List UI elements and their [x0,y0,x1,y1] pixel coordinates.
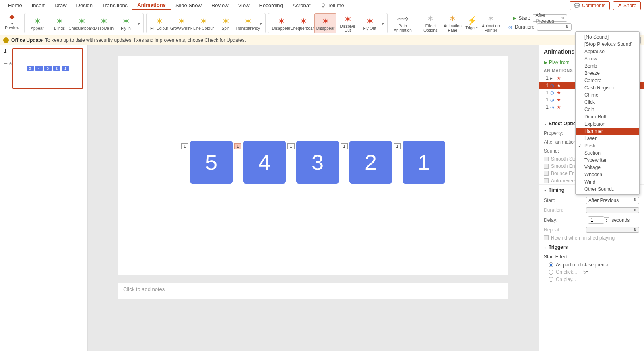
sound-option[interactable]: Whoosh [576,171,639,178]
triggers-section[interactable]: ⌄Triggers [544,244,639,250]
share-icon: ↗ [617,3,621,8]
ribbon-toolbar: ✦ ▾ Preview ✶Appear ✶Blinds ✶Chequerboar… [0,11,644,35]
delay-stepper[interactable]: ▲▼ [604,217,609,223]
rewind-check[interactable] [544,235,549,240]
anim-tag-2[interactable]: 1 [234,143,242,149]
path-animation-button[interactable]: ⟿Path Animation [392,14,414,33]
sound-option[interactable]: [Stop Previous Sound] [576,41,639,48]
sound-option[interactable]: [No Sound] [576,33,639,41]
notes-pane[interactable]: Click to add notes [118,283,508,299]
tab-slideshow[interactable]: Slide Show [171,1,206,10]
ribbon-tabs: Home Insert Draw Design Transitions Anim… [0,0,644,11]
shape-1[interactable]: 1 [402,141,445,184]
sound-option[interactable]: Hammer [576,128,639,135]
anim-chequerboard-out[interactable]: ✶Chequerboard [292,13,314,33]
smooth-end-check[interactable] [544,164,549,169]
auto-reverse-check[interactable] [544,178,549,183]
comments-button[interactable]: 💬Comments [570,1,610,10]
sound-option[interactable]: Click [576,99,639,106]
tab-recording[interactable]: Recording [254,1,288,10]
anim-tag-5[interactable]: 1 [394,143,401,149]
anim-disappear[interactable]: ✶Disappear [270,13,292,33]
warning-icon: ! [3,37,9,43]
shape-3[interactable]: 3 [296,141,339,184]
anim-chequerboard[interactable]: ✶Chequerboard [70,13,93,33]
tab-draw[interactable]: Draw [50,1,71,10]
anim-line-colour[interactable]: ✶Line Colour [192,13,215,33]
sound-option[interactable]: Camera [576,77,639,84]
anim-fly-out[interactable]: ✶Fly Out [359,13,381,33]
duration-field[interactable]: ⇅ [537,23,572,31]
tell-me[interactable]: Tell me [320,2,344,8]
effect-options-button[interactable]: ✶Effect Options [419,14,442,33]
smooth-start-check[interactable] [544,157,549,161]
anim-blinds[interactable]: ✶Blinds [48,13,70,33]
sound-option[interactable]: Suction [576,149,639,157]
sound-option[interactable]: Push [576,142,639,149]
trigger-onclick-radio[interactable] [549,270,553,275]
timing-duration-field[interactable]: ⇅ [586,207,639,213]
start-dropdown[interactable]: After Previous⇅ [533,14,567,22]
sound-option[interactable]: Laser [576,135,639,142]
sound-option[interactable]: Other Sound... [576,186,639,193]
shape-5[interactable]: 5 [190,141,233,184]
sound-option[interactable]: Breeze [576,70,639,77]
tab-acrobat[interactable]: Acrobat [288,1,316,10]
anim-fill-colour[interactable]: ✶Fill Colour [148,13,170,33]
slide-canvas[interactable]: 1 5 1 4 1 3 1 2 1 1 [118,56,508,275]
sound-dropdown-menu[interactable]: [No Sound][Stop Previous Sound]ApplauseA… [575,31,640,195]
sound-option[interactable]: Drum Roll [576,113,639,120]
sound-option[interactable]: Bomb [576,62,639,70]
anim-dissolve-in[interactable]: ✶Dissolve In [93,13,115,33]
anim-spin[interactable]: ✶Spin [215,13,237,33]
exit-gallery: ✶Disappear ✶Chequerboard ✶Disappear ✶Dis… [268,13,388,33]
anim-grow-shrink[interactable]: ✶Grow/Shrink [170,13,192,33]
sound-option[interactable]: Chime [576,91,639,99]
shape-2[interactable]: 2 [349,141,392,184]
animation-painter-button[interactable]: ✶Animation Painter [480,14,502,33]
anim-dissolve-out[interactable]: ✶Dissolve Out [336,13,359,33]
delay-field[interactable] [588,216,604,224]
sound-option[interactable]: Explosion [576,120,639,128]
anim-tag-3[interactable]: 1 [287,143,295,149]
anim-fly-in[interactable]: ✶Fly In [115,13,137,33]
sound-option[interactable]: Cash Register [576,84,639,91]
sound-option[interactable]: Applause [576,48,639,55]
emphasis-more[interactable]: ▸ [259,21,264,25]
tab-insert[interactable]: Insert [27,1,50,10]
tab-transitions[interactable]: Transitions [97,1,132,10]
sound-option[interactable]: Coin [576,106,639,113]
bounce-end-check[interactable] [544,171,549,176]
slide-thumb-1[interactable]: 54321 [12,48,83,89]
anim-tag-4[interactable]: 1 [341,143,348,149]
preview-button[interactable]: ✦ ▾ Preview [2,13,22,33]
sound-option[interactable]: Arrow [576,55,639,62]
anim-transparency[interactable]: ✶Transparency [237,13,259,33]
timing-start-select[interactable]: After Previous⇅ [586,197,639,204]
trigger-onplay-radio[interactable] [549,277,553,282]
trigger-sequence-radio[interactable] [549,262,553,267]
shape-4[interactable]: 4 [243,141,286,184]
tab-animations[interactable]: Animations [132,0,171,10]
anim-tag-1[interactable]: 1 [181,143,188,149]
anim-disappear-2[interactable]: ✶Disappear [314,13,336,33]
sound-option[interactable]: Typewriter [576,157,639,164]
share-button[interactable]: ↗Share [613,1,641,10]
entrance-more[interactable]: ▸ [137,21,142,25]
ribbon-timing: ▶ Start: After Previous⇅ ◷ Duration: ⇅ [506,13,574,33]
entrance-gallery: ✶Appear ✶Blinds ✶Chequerboard ✶Dissolve … [24,13,144,33]
animation-pane-button[interactable]: ✶Animation Pane [442,14,464,33]
tab-home[interactable]: Home [3,1,27,10]
tab-review[interactable]: Review [206,1,233,10]
tab-design[interactable]: Design [72,1,97,10]
preview-icon: ✦ [8,13,17,22]
anim-appear[interactable]: ✶Appear [26,13,48,33]
trigger-button[interactable]: ⚡Trigger [464,16,480,30]
pane-icon: ✶ [449,14,456,23]
tab-view[interactable]: View [233,1,254,10]
onclick-target-select[interactable]: 5⇅ [583,269,635,275]
repeat-select[interactable]: ⇅ [586,227,639,233]
exit-more[interactable]: ▸ [381,21,386,25]
sound-option[interactable]: Wind [576,178,639,186]
sound-option[interactable]: Voltage [576,164,639,171]
